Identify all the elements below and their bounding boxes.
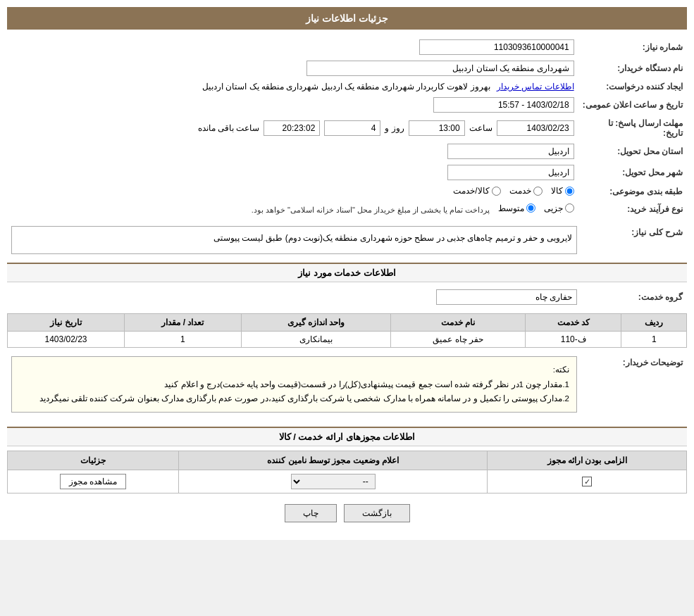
value-description: لایروبی و حفر و ترمیم چاه‌های جذبی در سط… bbox=[7, 223, 581, 257]
label-buyer-notes: توضیحات خریدار: bbox=[581, 353, 687, 421]
print-button[interactable]: چاپ bbox=[285, 504, 337, 522]
service-cell-row: 1 bbox=[621, 332, 687, 348]
desc-section-table: شرح کلی نیاز: لایروبی و حفر و ترمیم چاه‌… bbox=[7, 223, 687, 257]
radio-goods-label: کالا bbox=[551, 186, 563, 196]
value-city: اردبیل bbox=[7, 162, 578, 183]
col-permit-detail: جزئیات bbox=[8, 451, 179, 470]
content-area: شماره نیاز: 1103093610000041 نام دستگاه … bbox=[7, 37, 687, 522]
deadline-days: 4 bbox=[324, 120, 380, 136]
value-service-group: حفاری چاه bbox=[7, 287, 581, 308]
description-box: لایروبی و حفر و ترمیم چاه‌های جذبی در سط… bbox=[11, 226, 577, 254]
label-announce-date: تاریخ و ساعت اعلان عمومی: bbox=[578, 94, 687, 115]
col-permit-status: اعلام وضعیت مجوز توسط نامین کننده bbox=[179, 451, 488, 470]
page-title: جزئیات اطلاعات نیاز bbox=[306, 13, 388, 24]
label-province: استان محل تحویل: bbox=[578, 141, 687, 162]
buyer-notes-box: نکته:1.مقدار چون 1در نظر گرفته شده است ج… bbox=[11, 356, 577, 413]
process-radio-group: جزیی متوسط bbox=[498, 203, 574, 213]
permit-status-select[interactable]: -- bbox=[291, 474, 376, 489]
service-row-0: 1ف-110حفر چاه عمیقبیمانکاری11403/02/23 bbox=[8, 332, 687, 348]
value-announce-date: 1403/02/18 - 15:57 bbox=[7, 94, 578, 115]
label-creator: ایجاد کننده درخواست: bbox=[578, 79, 687, 94]
note-line: 1.مقدار چون 1در نظر گرفته شده است جمع قی… bbox=[19, 377, 569, 392]
permit-row: -- مشاهده مجوز bbox=[8, 470, 687, 494]
radio-both-label: کالا/خدمت bbox=[453, 186, 489, 196]
radio-goods[interactable]: کالا bbox=[551, 186, 574, 196]
services-table: ردیف کد خدمت نام خدمت واحد اندازه گیری ت… bbox=[7, 313, 687, 348]
row-deadline: مهلت ارسال پاسخ: تا تاریخ: 1403/02/23 سا… bbox=[7, 115, 687, 141]
value-creator: اطلاعات تماس خریدار بهروز لاهوت کاربردار… bbox=[7, 79, 578, 94]
permit-required-checkbox[interactable] bbox=[582, 477, 592, 486]
radio-goods-input[interactable] bbox=[565, 187, 574, 196]
back-button[interactable]: بازگشت bbox=[344, 504, 410, 522]
time-label: ساعت bbox=[469, 123, 492, 133]
notes-section-table: توضیحات خریدار: نکته:1.مقدار چون 1در نظر… bbox=[7, 353, 687, 421]
remaining-label: ساعت باقی مانده bbox=[198, 123, 260, 133]
page-header: جزئیات اطلاعات نیاز bbox=[7, 7, 687, 30]
row-need-number: شماره نیاز: 1103093610000041 bbox=[7, 37, 687, 58]
value-province: اردبیل bbox=[7, 141, 578, 162]
value-need-number: 1103093610000041 bbox=[7, 37, 578, 58]
view-permit-button[interactable]: مشاهده مجوز bbox=[60, 474, 126, 489]
label-need-number: شماره نیاز: bbox=[578, 37, 687, 58]
services-table-header: ردیف کد خدمت نام خدمت واحد اندازه گیری ت… bbox=[8, 314, 687, 332]
radio-service-input[interactable] bbox=[533, 187, 543, 196]
radio-partial[interactable]: جزیی bbox=[544, 203, 574, 213]
radio-medium-label: متوسط bbox=[498, 203, 524, 213]
creator-name: بهروز لاهوت کاربردار شهرداری منطقه یک ار… bbox=[202, 82, 490, 92]
radio-medium[interactable]: متوسط bbox=[498, 203, 535, 213]
service-group-table: گروه خدمت: حفاری چاه bbox=[7, 287, 687, 308]
radio-both-input[interactable] bbox=[492, 187, 501, 196]
row-category: طبقه بندی موضوعی: کالا خدمت bbox=[7, 183, 687, 201]
deadline-date: 1403/02/23 bbox=[497, 120, 574, 136]
row-buyer-notes: توضیحات خریدار: نکته:1.مقدار چون 1در نظر… bbox=[7, 353, 687, 421]
row-buyer-name: نام دستگاه خریدار: شهرداری منطقه یک استا… bbox=[7, 58, 687, 79]
row-process-type: نوع فرآیند خرید: جزیی متوسط bbox=[7, 201, 687, 218]
col-permit-required: الزامی بودن ارائه مجوز bbox=[488, 451, 687, 470]
radio-both[interactable]: کالا/خدمت bbox=[453, 186, 500, 196]
service-cell-code: ف-110 bbox=[526, 332, 621, 348]
row-announce-date: تاریخ و ساعت اعلان عمومی: 1403/02/18 - 1… bbox=[7, 94, 687, 115]
row-creator: ایجاد کننده درخواست: اطلاعات تماس خریدار… bbox=[7, 79, 687, 94]
contact-info-link[interactable]: اطلاعات تماس خریدار bbox=[497, 82, 574, 92]
value-process-type: جزیی متوسط پرداخت تمام یا بخشی از مبلغ خ… bbox=[7, 201, 578, 218]
radio-partial-label: جزیی bbox=[544, 203, 563, 213]
label-buyer-name: نام دستگاه خریدار: bbox=[578, 58, 687, 79]
permit-required-cell bbox=[488, 470, 687, 494]
page-wrapper: جزئیات اطلاعات نیاز شماره نیاز: 11030936… bbox=[0, 0, 694, 540]
row-service-group: گروه خدمت: حفاری چاه bbox=[7, 287, 687, 308]
label-service-group: گروه خدمت: bbox=[581, 287, 687, 308]
row-province: استان محل تحویل: اردبیل bbox=[7, 141, 687, 162]
info-table: شماره نیاز: 1103093610000041 نام دستگاه … bbox=[7, 37, 687, 218]
note-line: 2.مدارک پیوستی را تکمیل و در سامانه همرا… bbox=[19, 391, 569, 406]
value-buyer-name: شهرداری منطقه یک استان اردبیل bbox=[7, 58, 578, 79]
row-description: شرح کلی نیاز: لایروبی و حفر و ترمیم چاه‌… bbox=[7, 223, 687, 257]
radio-partial-input[interactable] bbox=[565, 203, 574, 213]
value-buyer-notes: نکته:1.مقدار چون 1در نظر گرفته شده است ج… bbox=[7, 353, 581, 421]
category-radio-group: کالا خدمت کالا/خدمت bbox=[453, 186, 574, 196]
note-line: نکته: bbox=[19, 363, 569, 377]
radio-service-label: خدمت bbox=[509, 186, 531, 196]
deadline-row: 1403/02/23 ساعت 13:00 روز و 4 20:23:02 س… bbox=[11, 120, 574, 136]
services-section-title: اطلاعات خدمات مورد نیاز bbox=[7, 263, 687, 282]
countdown-display: 20:23:02 bbox=[264, 120, 320, 136]
service-cell-date: 1403/02/23 bbox=[8, 332, 125, 348]
need-number-display: 1103093610000041 bbox=[419, 39, 574, 55]
days-label: روز و bbox=[385, 123, 404, 133]
row-city: شهر محل تحویل: اردبیل bbox=[7, 162, 687, 183]
label-description: شرح کلی نیاز: bbox=[581, 223, 687, 257]
announce-date-display: 1403/02/18 - 15:57 bbox=[433, 97, 574, 113]
service-cell-unit: بیمانکاری bbox=[241, 332, 390, 348]
service-group-display: حفاری چاه bbox=[436, 289, 577, 305]
label-process-type: نوع فرآیند خرید: bbox=[578, 201, 687, 218]
value-category: کالا خدمت کالا/خدمت bbox=[7, 183, 578, 201]
permits-table: الزامی بودن ارائه مجوز اعلام وضعیت مجوز … bbox=[7, 451, 687, 494]
col-name: نام خدمت bbox=[391, 314, 526, 332]
radio-service[interactable]: خدمت bbox=[509, 186, 543, 196]
service-cell-name: حفر چاه عمیق bbox=[391, 332, 526, 348]
col-unit: واحد اندازه گیری bbox=[241, 314, 390, 332]
col-qty: تعداد / مقدار bbox=[124, 314, 241, 332]
col-row: ردیف bbox=[621, 314, 687, 332]
radio-medium-input[interactable] bbox=[526, 203, 535, 213]
service-cell-qty: 1 bbox=[124, 332, 241, 348]
process-note: پرداخت تمام یا بخشی از مبلغ خریداز محل "… bbox=[252, 206, 490, 214]
